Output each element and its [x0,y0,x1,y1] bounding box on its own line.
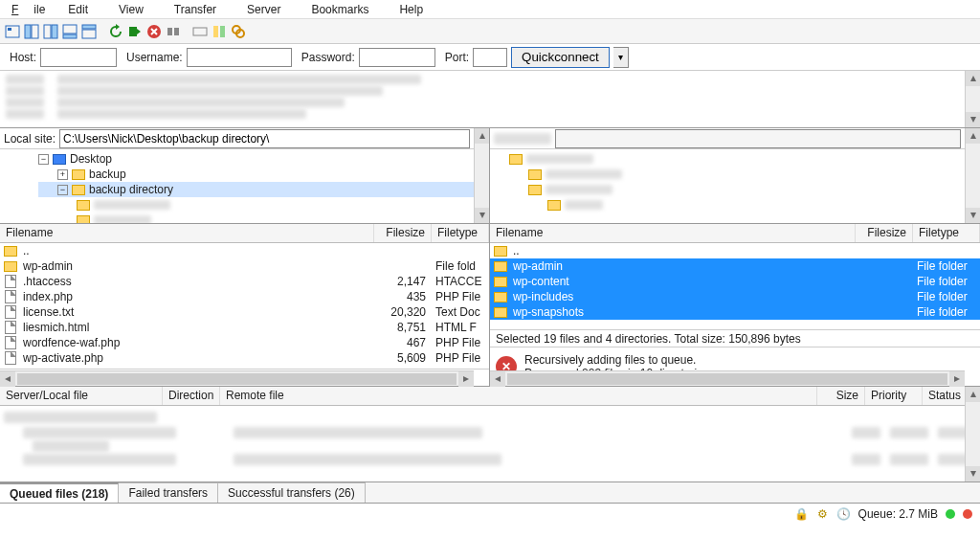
remote-status-line: Selected 19 files and 4 directories. Tot… [490,329,980,347]
folder-icon [72,169,85,180]
col-filename[interactable]: Filename [490,224,856,242]
local-tree[interactable]: −Desktop +backup −backup directory [0,149,489,223]
folder-icon [528,169,542,180]
expand-toggle-icon[interactable]: − [57,185,68,195]
expand-toggle-icon[interactable]: + [57,169,68,180]
menu-view[interactable]: View [103,1,159,18]
refresh-button[interactable] [107,23,124,40]
col-remotefile[interactable]: Remote file [220,387,817,405]
host-label: Host: [10,51,36,64]
local-hscrollbar[interactable]: ◂▸ [0,370,474,386]
queue-rows[interactable] [0,406,980,469]
table-row[interactable]: wordfence-waf.php467PHP File [0,335,489,350]
folder-icon [494,277,507,287]
table-row[interactable]: wp-adminFile folder [490,258,980,274]
local-path-input[interactable] [59,129,470,148]
disconnect-button[interactable] [165,23,182,40]
toggle-log-button[interactable] [80,23,98,40]
expand-toggle-icon[interactable]: − [38,154,49,165]
quickconnect-bar: Host: Username: Password: Port: Quickcon… [0,44,980,71]
port-input[interactable] [473,48,507,67]
remote-columns-header[interactable]: Filename Filesize Filetype [490,224,980,243]
table-row[interactable]: license.txt20,320Text Doc [0,304,489,320]
svg-rect-7 [63,34,77,38]
menu-bookmarks[interactable]: Bookmarks [296,1,384,18]
file-icon [5,305,16,319]
local-columns-header[interactable]: Filename Filesize Filetype [0,224,489,243]
toggle-local-tree-button[interactable] [23,23,40,40]
tab-failed-transfers[interactable]: Failed transfers [119,482,218,503]
table-row[interactable]: wp-activate.php5,609PHP File [0,350,489,366]
table-row[interactable]: wp-includesFile folder [490,289,980,304]
filter-button[interactable] [230,23,247,40]
menu-server[interactable]: Server [232,1,296,18]
svg-rect-8 [82,25,96,29]
col-filename[interactable]: Filename [0,224,374,242]
toggle-queue-button[interactable] [61,23,78,40]
col-filesize[interactable]: Filesize [856,224,913,242]
local-site-label: Local site: [4,132,56,146]
local-tree-scrollbar[interactable]: ▴▾ [474,128,489,223]
process-queue-button[interactable] [126,23,144,40]
folder-icon [77,215,90,224]
remote-tree[interactable] [490,149,980,214]
local-file-rows[interactable]: ..wp-adminFile fold.htaccess2,147HTACCEi… [0,243,489,369]
file-icon [5,321,16,334]
table-row[interactable]: wp-contentFile folder [490,274,980,289]
cancel-button[interactable] [145,23,163,40]
table-row[interactable]: .. [490,243,980,258]
col-filetype[interactable]: Filetype [913,224,980,242]
tab-queued-files[interactable]: Queued files (218) [0,482,119,503]
svg-rect-15 [220,26,225,37]
toggle-remote-tree-button[interactable] [42,23,59,40]
svg-rect-11 [167,28,172,35]
folder-icon [77,200,90,211]
menu-help[interactable]: Help [384,1,438,18]
menu-edit[interactable]: Edit [53,1,103,18]
table-row[interactable]: index.php435PHP File [0,289,489,304]
folder-icon [4,261,17,272]
svg-rect-4 [44,25,51,38]
statusbar: 🔒 ⚙ 🕓 Queue: 2.7 MiB [0,504,980,525]
remote-hscrollbar[interactable]: ◂▸ [490,370,965,386]
password-label: Password: [301,51,355,64]
svg-rect-13 [193,28,207,35]
folder-icon [494,292,507,302]
col-filesize[interactable]: Filesize [374,224,432,242]
gear-icon: ⚙ [816,507,830,521]
col-serverlocal[interactable]: Server/Local file [0,387,163,405]
svg-rect-9 [82,30,96,38]
menu-transfer[interactable]: Transfer [159,1,232,18]
table-row[interactable]: .. [0,243,489,258]
table-row[interactable]: wp-adminFile fold [0,258,489,274]
quickconnect-button[interactable]: Quickconnect [511,47,610,68]
log-scrollbar[interactable]: ▴▾ [965,71,980,127]
col-filetype[interactable]: Filetype [432,224,489,242]
remote-tree-pane: ▾ ▴▾ [490,128,980,223]
folder-icon [494,307,507,318]
remote-tree-scrollbar[interactable]: ▴▾ [965,128,980,223]
svg-rect-1 [8,28,11,31]
site-manager-button[interactable] [4,23,21,40]
folder-icon [528,185,542,195]
reconnect-button[interactable] [191,23,209,40]
queue-scrollbar[interactable]: ▴▾ [965,387,980,482]
col-priority[interactable]: Priority [865,387,923,405]
time-icon: 🕓 [837,507,851,521]
table-row[interactable]: wp-snapshotsFile folder [490,304,980,320]
svg-rect-5 [52,25,57,38]
compare-button[interactable] [211,23,228,40]
quickconnect-history-button[interactable]: ▾ [613,47,629,68]
remote-path-input[interactable] [555,129,961,148]
col-size[interactable]: Size [817,387,865,405]
username-input[interactable] [187,48,292,67]
col-direction[interactable]: Direction [163,387,220,405]
menu-file[interactable]: File [4,1,53,18]
tab-successful-transfers[interactable]: Successful transfers (26) [218,482,366,503]
password-input[interactable] [359,48,435,67]
table-row[interactable]: .htaccess2,147HTACCE [0,274,489,289]
remote-file-rows[interactable]: ..wp-adminFile folderwp-contentFile fold… [490,243,980,329]
host-input[interactable] [40,48,117,67]
table-row[interactable]: liesmich.html8,751HTML F [0,320,489,335]
transfer-queue-pane: Server/Local file Direction Remote file … [0,387,980,482]
